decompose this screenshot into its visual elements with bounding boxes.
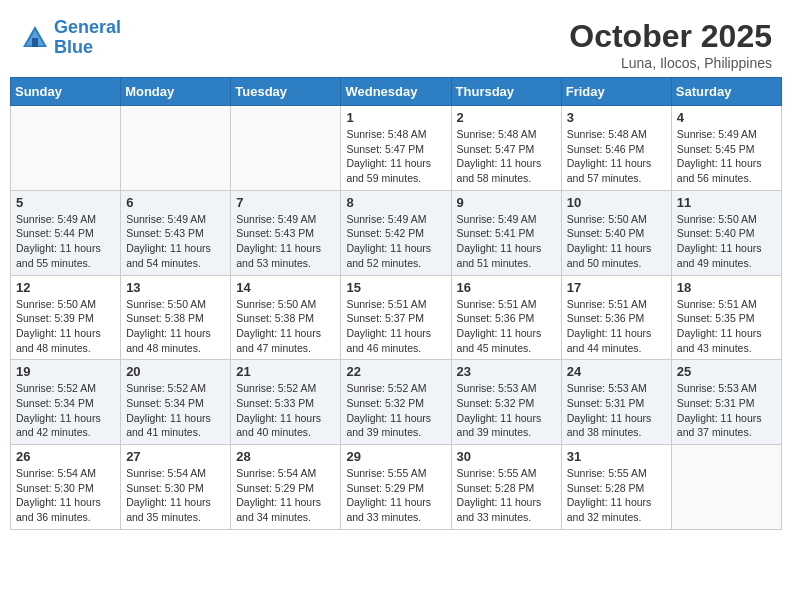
logo-icon	[20, 23, 50, 53]
calendar-cell: 28Sunrise: 5:54 AM Sunset: 5:29 PM Dayli…	[231, 445, 341, 530]
day-number: 19	[16, 364, 115, 379]
calendar-cell: 12Sunrise: 5:50 AM Sunset: 5:39 PM Dayli…	[11, 275, 121, 360]
weekday-header-monday: Monday	[121, 78, 231, 106]
day-number: 28	[236, 449, 335, 464]
day-info: Sunrise: 5:49 AM Sunset: 5:44 PM Dayligh…	[16, 212, 115, 271]
title-block: October 2025 Luna, Ilocos, Philippines	[569, 18, 772, 71]
weekday-header-saturday: Saturday	[671, 78, 781, 106]
day-number: 12	[16, 280, 115, 295]
calendar-cell: 18Sunrise: 5:51 AM Sunset: 5:35 PM Dayli…	[671, 275, 781, 360]
day-info: Sunrise: 5:49 AM Sunset: 5:43 PM Dayligh…	[126, 212, 225, 271]
day-info: Sunrise: 5:55 AM Sunset: 5:28 PM Dayligh…	[567, 466, 666, 525]
calendar-cell: 31Sunrise: 5:55 AM Sunset: 5:28 PM Dayli…	[561, 445, 671, 530]
day-number: 23	[457, 364, 556, 379]
day-info: Sunrise: 5:49 AM Sunset: 5:43 PM Dayligh…	[236, 212, 335, 271]
day-number: 17	[567, 280, 666, 295]
day-info: Sunrise: 5:50 AM Sunset: 5:40 PM Dayligh…	[677, 212, 776, 271]
day-number: 10	[567, 195, 666, 210]
calendar-week-4: 19Sunrise: 5:52 AM Sunset: 5:34 PM Dayli…	[11, 360, 782, 445]
day-info: Sunrise: 5:51 AM Sunset: 5:35 PM Dayligh…	[677, 297, 776, 356]
calendar-cell: 6Sunrise: 5:49 AM Sunset: 5:43 PM Daylig…	[121, 190, 231, 275]
day-number: 27	[126, 449, 225, 464]
day-number: 4	[677, 110, 776, 125]
day-info: Sunrise: 5:53 AM Sunset: 5:31 PM Dayligh…	[567, 381, 666, 440]
calendar-cell: 10Sunrise: 5:50 AM Sunset: 5:40 PM Dayli…	[561, 190, 671, 275]
day-info: Sunrise: 5:53 AM Sunset: 5:32 PM Dayligh…	[457, 381, 556, 440]
day-info: Sunrise: 5:54 AM Sunset: 5:30 PM Dayligh…	[126, 466, 225, 525]
calendar-cell	[11, 106, 121, 191]
day-info: Sunrise: 5:49 AM Sunset: 5:42 PM Dayligh…	[346, 212, 445, 271]
weekday-header-tuesday: Tuesday	[231, 78, 341, 106]
day-number: 20	[126, 364, 225, 379]
calendar-cell: 2Sunrise: 5:48 AM Sunset: 5:47 PM Daylig…	[451, 106, 561, 191]
day-number: 21	[236, 364, 335, 379]
weekday-header-sunday: Sunday	[11, 78, 121, 106]
day-number: 26	[16, 449, 115, 464]
day-number: 18	[677, 280, 776, 295]
calendar-cell: 16Sunrise: 5:51 AM Sunset: 5:36 PM Dayli…	[451, 275, 561, 360]
day-number: 16	[457, 280, 556, 295]
calendar-cell: 9Sunrise: 5:49 AM Sunset: 5:41 PM Daylig…	[451, 190, 561, 275]
calendar-cell	[231, 106, 341, 191]
weekday-header-wednesday: Wednesday	[341, 78, 451, 106]
calendar-cell	[121, 106, 231, 191]
day-info: Sunrise: 5:54 AM Sunset: 5:30 PM Dayligh…	[16, 466, 115, 525]
day-info: Sunrise: 5:51 AM Sunset: 5:37 PM Dayligh…	[346, 297, 445, 356]
calendar-cell: 19Sunrise: 5:52 AM Sunset: 5:34 PM Dayli…	[11, 360, 121, 445]
day-info: Sunrise: 5:49 AM Sunset: 5:41 PM Dayligh…	[457, 212, 556, 271]
day-number: 14	[236, 280, 335, 295]
day-info: Sunrise: 5:52 AM Sunset: 5:33 PM Dayligh…	[236, 381, 335, 440]
calendar-cell: 17Sunrise: 5:51 AM Sunset: 5:36 PM Dayli…	[561, 275, 671, 360]
day-info: Sunrise: 5:54 AM Sunset: 5:29 PM Dayligh…	[236, 466, 335, 525]
logo-line1: General	[54, 17, 121, 37]
day-number: 8	[346, 195, 445, 210]
day-number: 7	[236, 195, 335, 210]
day-number: 31	[567, 449, 666, 464]
day-info: Sunrise: 5:50 AM Sunset: 5:39 PM Dayligh…	[16, 297, 115, 356]
day-number: 9	[457, 195, 556, 210]
calendar-cell: 13Sunrise: 5:50 AM Sunset: 5:38 PM Dayli…	[121, 275, 231, 360]
calendar-cell: 26Sunrise: 5:54 AM Sunset: 5:30 PM Dayli…	[11, 445, 121, 530]
day-number: 13	[126, 280, 225, 295]
day-info: Sunrise: 5:52 AM Sunset: 5:34 PM Dayligh…	[126, 381, 225, 440]
calendar-cell: 29Sunrise: 5:55 AM Sunset: 5:29 PM Dayli…	[341, 445, 451, 530]
calendar-cell: 23Sunrise: 5:53 AM Sunset: 5:32 PM Dayli…	[451, 360, 561, 445]
day-info: Sunrise: 5:48 AM Sunset: 5:46 PM Dayligh…	[567, 127, 666, 186]
calendar-cell: 4Sunrise: 5:49 AM Sunset: 5:45 PM Daylig…	[671, 106, 781, 191]
day-number: 29	[346, 449, 445, 464]
calendar-cell: 25Sunrise: 5:53 AM Sunset: 5:31 PM Dayli…	[671, 360, 781, 445]
logo-line2: Blue	[54, 37, 93, 57]
calendar-cell: 8Sunrise: 5:49 AM Sunset: 5:42 PM Daylig…	[341, 190, 451, 275]
logo-text: General Blue	[54, 18, 121, 58]
calendar-cell	[671, 445, 781, 530]
day-number: 30	[457, 449, 556, 464]
calendar-week-2: 5Sunrise: 5:49 AM Sunset: 5:44 PM Daylig…	[11, 190, 782, 275]
calendar-week-3: 12Sunrise: 5:50 AM Sunset: 5:39 PM Dayli…	[11, 275, 782, 360]
weekday-header-row: SundayMondayTuesdayWednesdayThursdayFrid…	[11, 78, 782, 106]
day-number: 6	[126, 195, 225, 210]
day-number: 22	[346, 364, 445, 379]
calendar-cell: 3Sunrise: 5:48 AM Sunset: 5:46 PM Daylig…	[561, 106, 671, 191]
day-info: Sunrise: 5:52 AM Sunset: 5:32 PM Dayligh…	[346, 381, 445, 440]
day-info: Sunrise: 5:50 AM Sunset: 5:40 PM Dayligh…	[567, 212, 666, 271]
day-info: Sunrise: 5:48 AM Sunset: 5:47 PM Dayligh…	[346, 127, 445, 186]
day-info: Sunrise: 5:55 AM Sunset: 5:28 PM Dayligh…	[457, 466, 556, 525]
day-info: Sunrise: 5:49 AM Sunset: 5:45 PM Dayligh…	[677, 127, 776, 186]
page-header: General Blue October 2025 Luna, Ilocos, …	[10, 10, 782, 77]
day-number: 11	[677, 195, 776, 210]
day-info: Sunrise: 5:55 AM Sunset: 5:29 PM Dayligh…	[346, 466, 445, 525]
day-info: Sunrise: 5:53 AM Sunset: 5:31 PM Dayligh…	[677, 381, 776, 440]
calendar-cell: 7Sunrise: 5:49 AM Sunset: 5:43 PM Daylig…	[231, 190, 341, 275]
calendar-cell: 30Sunrise: 5:55 AM Sunset: 5:28 PM Dayli…	[451, 445, 561, 530]
svg-rect-2	[32, 38, 38, 47]
day-info: Sunrise: 5:52 AM Sunset: 5:34 PM Dayligh…	[16, 381, 115, 440]
day-number: 25	[677, 364, 776, 379]
day-info: Sunrise: 5:50 AM Sunset: 5:38 PM Dayligh…	[126, 297, 225, 356]
weekday-header-friday: Friday	[561, 78, 671, 106]
calendar-cell: 11Sunrise: 5:50 AM Sunset: 5:40 PM Dayli…	[671, 190, 781, 275]
calendar-cell: 21Sunrise: 5:52 AM Sunset: 5:33 PM Dayli…	[231, 360, 341, 445]
location: Luna, Ilocos, Philippines	[569, 55, 772, 71]
calendar-cell: 14Sunrise: 5:50 AM Sunset: 5:38 PM Dayli…	[231, 275, 341, 360]
calendar-cell: 22Sunrise: 5:52 AM Sunset: 5:32 PM Dayli…	[341, 360, 451, 445]
weekday-header-thursday: Thursday	[451, 78, 561, 106]
